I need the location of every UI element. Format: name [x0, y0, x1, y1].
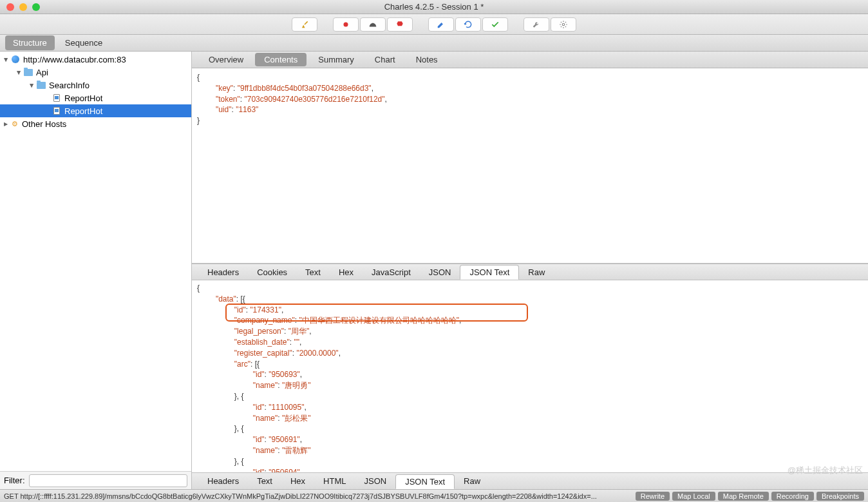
- subtab2-html[interactable]: HTML: [314, 474, 355, 488]
- pill-breakpoints[interactable]: Breakpoints: [816, 492, 864, 501]
- filter-label: Filter:: [4, 476, 25, 485]
- tree-other-label: Other Hosts: [22, 119, 66, 129]
- svg-point-0: [344, 22, 348, 26]
- titlebar: Charles 4.2.5 - Session 1 *: [0, 0, 868, 14]
- close-button[interactable]: [6, 3, 14, 11]
- tab-structure[interactable]: Structure: [5, 35, 55, 50]
- tree-other-hosts[interactable]: ⚙ Other Hosts: [0, 117, 191, 130]
- tree-folder-api[interactable]: Api: [0, 66, 191, 79]
- throttle-button[interactable]: [360, 17, 386, 32]
- tab-sequence[interactable]: Sequence: [57, 35, 111, 50]
- tree-item-reporthot-2[interactable]: ReportHot: [0, 104, 191, 117]
- pill-maplocal[interactable]: Map Local: [672, 492, 715, 501]
- minimize-button[interactable]: [19, 3, 27, 11]
- status-url: GET http://[::ffff:115.231.229.89]/mmsns…: [4, 492, 632, 500]
- tree-host[interactable]: http://www.datacubr.com:83: [0, 53, 191, 66]
- subtab-json[interactable]: JSON: [420, 265, 460, 279]
- tree-item-reporthot-1[interactable]: ReportHot: [0, 92, 191, 104]
- subtab-text[interactable]: Text: [296, 265, 330, 279]
- tools-button[interactable]: [524, 17, 549, 32]
- pill-rewrite[interactable]: Rewrite: [636, 492, 670, 501]
- subtab2-raw[interactable]: Raw: [455, 474, 489, 488]
- pill-recording[interactable]: Recording: [771, 492, 814, 501]
- record-button[interactable]: [333, 17, 359, 32]
- globe-icon: [10, 55, 21, 64]
- tree-folder-label: SearchInfo: [49, 81, 90, 90]
- response-subtabs: Headers Text Hex HTML JSON JSON Text Raw: [192, 472, 868, 489]
- maximize-button[interactable]: [32, 3, 40, 11]
- subtab2-text[interactable]: Text: [248, 474, 281, 488]
- tab-summary[interactable]: Summary: [309, 53, 363, 66]
- tree: http://www.datacubr.com:83 Api SearchInf…: [0, 52, 191, 471]
- request-json-pane[interactable]: { "key": "9ff1dbb8f4dc54b0f3a07504288e66…: [192, 68, 868, 264]
- edit-button[interactable]: [428, 17, 454, 32]
- tree-host-label: http://www.datacubr.com:83: [23, 55, 126, 64]
- file-icon: [52, 93, 62, 102]
- file-icon: [52, 106, 62, 115]
- traffic-lights: [6, 3, 40, 11]
- settings-button[interactable]: [551, 17, 576, 32]
- subtab-raw[interactable]: Raw: [519, 265, 554, 279]
- subtab2-json[interactable]: JSON: [355, 474, 396, 488]
- subtab2-jsontext[interactable]: JSON Text: [395, 474, 455, 489]
- main-tabbar: Structure Sequence: [0, 35, 868, 52]
- window-title: Charles 4.2.5 - Session 1 *: [384, 2, 484, 12]
- folder-icon: [36, 81, 46, 90]
- stop-button[interactable]: [387, 17, 413, 32]
- subtab2-headers[interactable]: Headers: [198, 474, 248, 488]
- toolbar: [0, 14, 868, 35]
- tab-overview[interactable]: Overview: [200, 53, 252, 66]
- tree-item-label: ReportHot: [64, 106, 102, 116]
- tab-notes[interactable]: Notes: [407, 53, 447, 66]
- status-pills: Rewrite Map Local Map Remote Recording B…: [636, 492, 864, 501]
- statusbar: GET http://[::ffff:115.231.229.89]/mmsns…: [0, 489, 868, 502]
- request-subtabs: Headers Cookies Text Hex JavaScript JSON…: [192, 264, 868, 280]
- svg-marker-1: [397, 21, 402, 26]
- subtab-hex[interactable]: Hex: [330, 265, 363, 279]
- repeat-button[interactable]: [455, 17, 481, 32]
- subtab-jsontext[interactable]: JSON Text: [460, 265, 519, 280]
- filter-bar: Filter:: [0, 471, 191, 489]
- folder-icon: [23, 68, 33, 77]
- disclosure-icon[interactable]: [15, 69, 22, 75]
- response-json-pane[interactable]: { "data": [{ "id": "174331", "company_na…: [192, 280, 868, 472]
- gears-icon: ⚙: [10, 119, 19, 128]
- tree-folder-searchinfo[interactable]: SearchInfo: [0, 79, 191, 92]
- subtab-javascript[interactable]: JavaScript: [363, 265, 420, 279]
- pill-mapremote[interactable]: Map Remote: [718, 492, 769, 501]
- subtab2-hex[interactable]: Hex: [281, 474, 314, 488]
- main-area: http://www.datacubr.com:83 Api SearchInf…: [0, 52, 868, 489]
- disclosure-icon[interactable]: [3, 56, 9, 63]
- svg-point-2: [562, 23, 565, 26]
- tab-contents[interactable]: Contents: [255, 53, 307, 66]
- broom-button[interactable]: [292, 17, 317, 32]
- tree-folder-label: Api: [36, 68, 48, 77]
- filter-input[interactable]: [29, 474, 188, 487]
- validate-button[interactable]: [482, 17, 508, 32]
- disclosure-icon[interactable]: [3, 121, 9, 127]
- subtab-cookies[interactable]: Cookies: [248, 265, 296, 279]
- subtab-headers[interactable]: Headers: [198, 265, 248, 279]
- content-panel: Overview Contents Summary Chart Notes { …: [192, 52, 868, 489]
- section-tabs: Overview Contents Summary Chart Notes: [192, 52, 868, 68]
- sidebar: http://www.datacubr.com:83 Api SearchInf…: [0, 52, 192, 489]
- disclosure-icon[interactable]: [28, 82, 35, 88]
- tree-item-label: ReportHot: [64, 93, 102, 103]
- tab-chart[interactable]: Chart: [366, 53, 404, 66]
